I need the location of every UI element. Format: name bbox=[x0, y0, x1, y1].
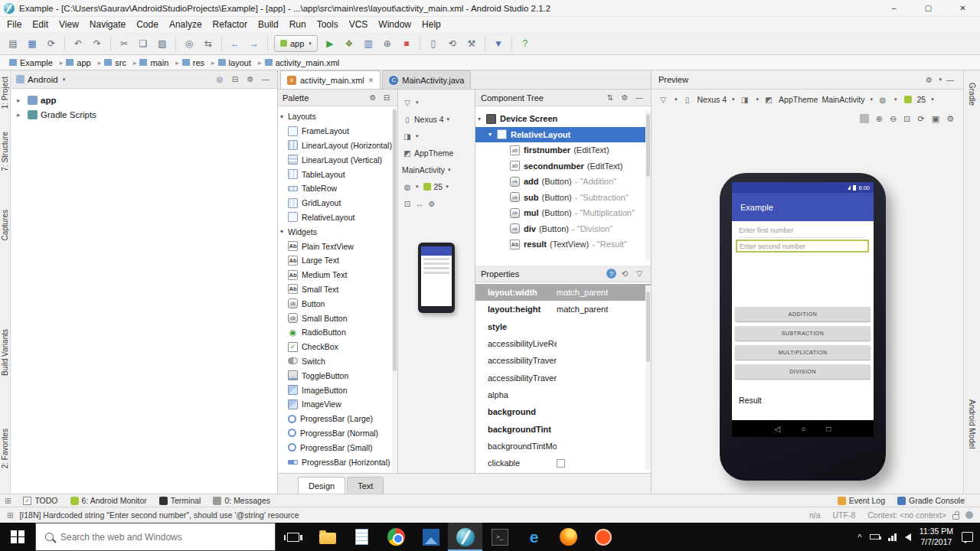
recents-icon[interactable]: □ bbox=[826, 425, 831, 433]
palette-item[interactable]: ok Button bbox=[278, 296, 397, 311]
palette-item[interactable]: Ab Small Text bbox=[278, 282, 397, 297]
property-row[interactable]: accessibilityTraversalBefore bbox=[475, 369, 651, 386]
property-row[interactable]: background bbox=[475, 403, 651, 420]
zoom-fit-icon[interactable]: ⊡ bbox=[402, 198, 413, 209]
save-icon[interactable]: ▦ bbox=[23, 35, 41, 52]
find-icon[interactable]: ◎ bbox=[180, 35, 198, 52]
palette-item[interactable]: ▾ Widgets bbox=[278, 224, 397, 239]
settings-icon[interactable]: ⚙ bbox=[619, 93, 631, 102]
theme-selector[interactable]: AppTheme bbox=[779, 95, 818, 104]
debug-button[interactable]: ❖ bbox=[340, 35, 358, 52]
expand-chevron-icon[interactable]: ▾ bbox=[478, 116, 486, 122]
tool-window-button[interactable]: Event Log bbox=[831, 496, 891, 505]
palette-item[interactable]: TableLayout bbox=[278, 167, 397, 181]
status-indicator[interactable]: Context: <no context> bbox=[867, 510, 946, 520]
copy-icon[interactable]: ❏ bbox=[134, 35, 152, 52]
menu-item[interactable]: Edit bbox=[27, 19, 54, 30]
expand-chevron-icon[interactable]: ▾ bbox=[488, 131, 497, 138]
notepad-icon[interactable] bbox=[345, 523, 379, 551]
orientation-selector[interactable]: ◨ ▾ bbox=[398, 128, 475, 145]
component-tree-item[interactable]: ab secondnumber (EditText) bbox=[475, 158, 651, 174]
action-center-icon[interactable] bbox=[962, 532, 973, 542]
palette-item[interactable]: ✓ CheckBox bbox=[278, 340, 397, 354]
menu-item[interactable]: Window bbox=[373, 19, 416, 30]
property-row[interactable]: backgroundTint bbox=[475, 420, 651, 437]
photos-icon[interactable] bbox=[413, 523, 448, 551]
palette-item[interactable]: ToggleButton bbox=[278, 368, 397, 383]
stop-button[interactable]: ■ bbox=[397, 35, 416, 52]
property-row[interactable]: accessibilityTraversalAfter bbox=[475, 352, 651, 369]
tool-stripe-button[interactable]: 1: Project bbox=[1, 77, 9, 109]
editor-mode-tab[interactable]: Design bbox=[298, 477, 345, 494]
device-selector[interactable]: ▯ Nexus 4 ▾ bbox=[398, 111, 475, 128]
palette-item[interactable]: Ab Plain TextView bbox=[278, 239, 397, 253]
tool-window-button[interactable]: Terminal bbox=[153, 496, 207, 505]
redo-icon[interactable]: ↷ bbox=[88, 35, 106, 52]
component-tree-scrollbar[interactable] bbox=[645, 111, 651, 261]
menu-item[interactable]: Refactor bbox=[207, 19, 253, 30]
editor-mode-tab[interactable]: Text bbox=[347, 477, 384, 494]
media-player-icon[interactable] bbox=[586, 523, 620, 551]
file-explorer-icon[interactable] bbox=[310, 523, 345, 551]
editor-tab[interactable]: x activity_main.xml ✕ bbox=[280, 70, 381, 89]
coverage-icon[interactable]: ▥ bbox=[359, 35, 377, 52]
help-icon[interactable]: ? bbox=[516, 35, 534, 52]
tool-window-button[interactable]: 6: Android Monitor bbox=[64, 496, 153, 505]
back-icon[interactable]: ◁ bbox=[775, 425, 781, 433]
breadcrumb-item[interactable]: activity_main.xml bbox=[263, 58, 348, 67]
properties-scrollbar[interactable] bbox=[645, 285, 651, 470]
zoom-in-icon[interactable]: ⊕ bbox=[876, 114, 883, 124]
scrollbar-thumb[interactable] bbox=[393, 109, 397, 371]
home-icon[interactable]: ○ bbox=[801, 425, 805, 433]
property-row[interactable]: layout:height match_parent bbox=[475, 301, 651, 318]
palette-item[interactable]: ImageButton bbox=[278, 383, 397, 397]
settings-icon[interactable]: ⚙ bbox=[426, 198, 437, 209]
property-value[interactable]: match_parent bbox=[557, 288, 651, 297]
palette-item[interactable]: ◉ RadioButton bbox=[278, 325, 397, 340]
zoom-out-icon[interactable]: ⊖ bbox=[890, 114, 897, 124]
status-indicator[interactable]: UTF-8 bbox=[833, 510, 856, 520]
start-button[interactable] bbox=[0, 523, 35, 551]
palette-item[interactable]: Switch bbox=[278, 354, 397, 369]
open-icon[interactable]: ▤ bbox=[4, 35, 22, 52]
component-tree-item[interactable]: ab firstnumber (EditText) bbox=[475, 142, 651, 158]
activity-selector[interactable]: MainActivity bbox=[822, 95, 864, 104]
firefox-icon[interactable] bbox=[551, 523, 586, 551]
status-indicator[interactable]: n/a bbox=[809, 510, 821, 520]
hide-panel-icon[interactable]: — bbox=[633, 93, 645, 102]
menu-item[interactable]: Build bbox=[253, 19, 284, 30]
dock-icon[interactable]: ⊟ bbox=[381, 93, 393, 102]
scrollbar-thumb[interactable] bbox=[646, 292, 650, 362]
second-number-field[interactable]: Enter second number bbox=[736, 240, 869, 253]
locale-icon[interactable]: ◍ bbox=[402, 181, 413, 192]
app-button[interactable]: SUBTRACTION bbox=[735, 326, 871, 341]
property-row[interactable]: accessibilityLiveRegion bbox=[475, 335, 651, 352]
device-screen[interactable]: 6:00 Example Enter first number Enter se… bbox=[732, 182, 874, 437]
project-view-mode[interactable]: Android bbox=[28, 75, 58, 84]
taskbar-clock[interactable]: 11:35 PM 7/7/2017 bbox=[920, 527, 953, 547]
palette-item[interactable]: GridLayout bbox=[278, 196, 397, 210]
palette-item[interactable]: ProgressBar (Large) bbox=[278, 412, 397, 426]
run-button[interactable]: ▶ bbox=[321, 35, 339, 52]
project-tree-item[interactable]: ▸ app bbox=[11, 93, 277, 107]
maximize-button[interactable]: ▢ bbox=[911, 0, 946, 16]
palette-item[interactable]: LinearLayout (Vertical) bbox=[278, 152, 397, 167]
property-row[interactable]: backgroundTintMode bbox=[475, 438, 651, 455]
menu-item[interactable]: Analyze bbox=[164, 19, 207, 30]
forward-icon[interactable]: → bbox=[245, 35, 263, 52]
property-value[interactable]: match_parent bbox=[557, 305, 651, 314]
api-level-selector[interactable]: 25 bbox=[917, 95, 926, 104]
cut-icon[interactable]: ✂ bbox=[115, 35, 133, 52]
menu-item[interactable]: Help bbox=[416, 19, 446, 30]
frame-toggle-icon[interactable] bbox=[860, 114, 869, 123]
close-button[interactable]: ✕ bbox=[946, 0, 980, 16]
tool-stripe-button[interactable]: Build Variants bbox=[1, 329, 9, 376]
palette-item[interactable]: Ab Medium Text bbox=[278, 268, 397, 282]
reset-icon[interactable]: ⟲ bbox=[619, 269, 631, 278]
design-canvas-thumbnail[interactable] bbox=[418, 243, 455, 313]
replace-icon[interactable]: ⇆ bbox=[199, 35, 217, 52]
search-input[interactable] bbox=[60, 532, 256, 543]
settings-icon[interactable]: ⚙ bbox=[923, 76, 935, 84]
component-tree-item[interactable]: ▾ RelativeLayout bbox=[475, 127, 651, 143]
back-icon[interactable]: ← bbox=[226, 35, 244, 52]
